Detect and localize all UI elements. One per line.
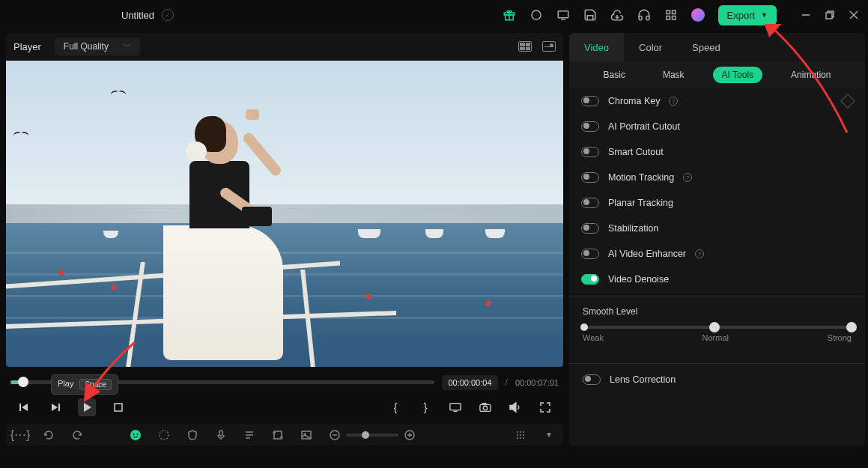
prev-frame-button[interactable] bbox=[15, 398, 33, 416]
play-button[interactable] bbox=[78, 398, 96, 416]
tool-row: Chroma Key? bbox=[581, 96, 853, 106]
svg-point-48 bbox=[520, 434, 521, 436]
svg-rect-30 bbox=[219, 431, 222, 436]
svg-rect-14 bbox=[19, 404, 21, 411]
info-icon[interactable]: ? bbox=[669, 97, 678, 106]
crop-icon[interactable] bbox=[271, 428, 285, 442]
tool-row: Video Denoise bbox=[581, 274, 853, 285]
svg-point-27 bbox=[133, 434, 135, 435]
zoom-slider[interactable] bbox=[346, 434, 398, 437]
smooth-normal: Normal bbox=[702, 333, 729, 342]
image-icon[interactable] bbox=[300, 428, 313, 442]
tool-toggle[interactable] bbox=[581, 198, 599, 208]
tool-label: AI Video Enhancer bbox=[608, 249, 686, 259]
tool-toggle[interactable] bbox=[581, 121, 599, 132]
tool-toggle[interactable] bbox=[581, 172, 599, 183]
export-label: Export bbox=[727, 10, 756, 21]
save-icon[interactable] bbox=[583, 8, 597, 22]
ai-chat-icon[interactable] bbox=[129, 428, 142, 442]
chevron-down-icon: ﹀ bbox=[124, 41, 131, 52]
export-button[interactable]: Export ▼ bbox=[718, 5, 777, 25]
tool-label: Motion Tracking bbox=[608, 172, 674, 183]
tool-toggle[interactable] bbox=[581, 147, 599, 157]
svg-rect-11 bbox=[826, 13, 832, 19]
camera-icon[interactable] bbox=[476, 398, 494, 416]
lens-correction-toggle[interactable] bbox=[583, 374, 601, 385]
tool-toggle[interactable] bbox=[581, 223, 599, 234]
svg-rect-7 bbox=[672, 10, 676, 14]
tool-label: AI Portrait Cutout bbox=[608, 121, 680, 132]
svg-marker-25 bbox=[510, 403, 516, 412]
keyframe-icon[interactable] bbox=[840, 94, 855, 109]
tool-label: Chroma Key bbox=[608, 96, 660, 106]
svg-rect-6 bbox=[667, 10, 670, 14]
pin-icon[interactable]: {⋯} bbox=[13, 428, 27, 442]
gift-icon[interactable] bbox=[503, 8, 516, 22]
redo-icon[interactable] bbox=[70, 428, 84, 442]
svg-rect-9 bbox=[672, 16, 676, 20]
list-icon[interactable] bbox=[514, 428, 527, 442]
svg-rect-19 bbox=[115, 404, 122, 411]
fullscreen-icon[interactable] bbox=[536, 398, 554, 416]
mic-icon[interactable] bbox=[214, 428, 228, 442]
grid-view-icon[interactable] bbox=[518, 41, 532, 52]
zoom-out-icon[interactable] bbox=[328, 428, 342, 442]
quality-dropdown[interactable]: Full Quality ﹀ bbox=[55, 37, 140, 55]
zoom-in-icon[interactable] bbox=[403, 428, 416, 442]
bracket-left-icon[interactable]: { bbox=[386, 398, 404, 416]
svg-point-50 bbox=[517, 437, 518, 439]
record-icon[interactable] bbox=[529, 8, 543, 22]
undo-icon[interactable] bbox=[42, 428, 55, 442]
tab-speed[interactable]: Speed bbox=[677, 33, 735, 61]
time-total: 00:00:07:01 bbox=[515, 378, 559, 387]
smooth-strong: Strong bbox=[828, 333, 852, 342]
timeline-toolbar: {⋯} ▼ bbox=[6, 424, 563, 446]
tool-toggle[interactable] bbox=[581, 249, 599, 259]
maximize-button[interactable] bbox=[825, 10, 835, 20]
tool-row: AI Video Enhancer? bbox=[581, 249, 853, 259]
smooth-title: Smooth Level bbox=[583, 306, 852, 317]
next-frame-button[interactable] bbox=[46, 398, 64, 416]
svg-marker-15 bbox=[22, 404, 28, 411]
shield-icon[interactable] bbox=[186, 428, 199, 442]
cloud-icon[interactable] bbox=[610, 8, 624, 22]
stop-button[interactable] bbox=[109, 398, 127, 416]
apps-icon[interactable] bbox=[664, 8, 678, 22]
tool-toggle[interactable] bbox=[581, 96, 599, 106]
subtab-ai-tools[interactable]: AI Tools bbox=[713, 67, 762, 83]
volume-icon[interactable] bbox=[506, 398, 524, 416]
tab-video[interactable]: Video bbox=[569, 33, 624, 61]
smooth-slider[interactable] bbox=[583, 326, 852, 329]
snapshot-icon[interactable] bbox=[542, 41, 556, 52]
svg-point-45 bbox=[520, 431, 521, 433]
bracket-right-icon[interactable]: } bbox=[416, 398, 434, 416]
subtab-basic[interactable]: Basic bbox=[595, 67, 634, 83]
minimize-button[interactable] bbox=[801, 10, 811, 20]
subtab-animation[interactable]: Animation bbox=[782, 67, 840, 83]
player-panel: Player Full Quality ﹀ bbox=[0, 30, 569, 446]
title-bar: Untitled ✓ Export ▼ bbox=[0, 0, 868, 30]
svg-point-3 bbox=[532, 10, 541, 19]
info-icon[interactable]: ? bbox=[695, 249, 704, 258]
chevron-down-icon[interactable]: ▼ bbox=[542, 428, 556, 442]
cut-icon[interactable] bbox=[157, 428, 171, 442]
info-icon[interactable]: ? bbox=[683, 173, 692, 182]
subtab-mask[interactable]: Mask bbox=[654, 67, 694, 83]
tab-color[interactable]: Color bbox=[624, 33, 677, 61]
svg-rect-24 bbox=[482, 403, 485, 404]
display-icon[interactable] bbox=[446, 398, 464, 416]
screen-icon[interactable] bbox=[556, 8, 570, 22]
tool-toggle[interactable] bbox=[581, 274, 599, 285]
svg-point-26 bbox=[130, 430, 141, 440]
close-button[interactable] bbox=[849, 10, 859, 20]
headphones-icon[interactable] bbox=[637, 8, 651, 22]
tool-row: Smart Cutout bbox=[581, 147, 853, 157]
video-preview[interactable] bbox=[6, 61, 563, 368]
tool-row: Stabilization bbox=[581, 223, 853, 234]
subtitle-icon[interactable] bbox=[243, 428, 256, 442]
tool-row: AI Portrait Cutout bbox=[581, 121, 853, 132]
ai-orb-icon[interactable] bbox=[691, 8, 705, 22]
svg-point-46 bbox=[523, 431, 524, 433]
svg-point-29 bbox=[160, 431, 169, 440]
svg-point-49 bbox=[523, 434, 524, 436]
